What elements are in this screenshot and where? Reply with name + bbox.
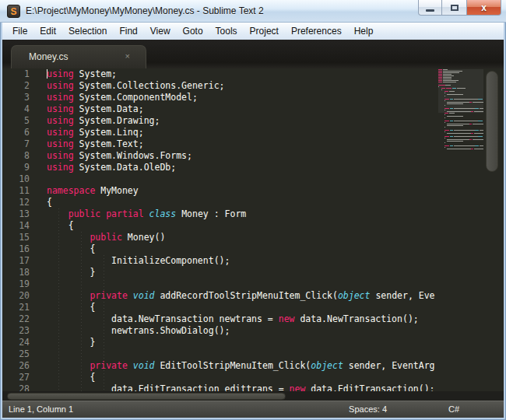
line-text [37, 348, 47, 360]
line-text: using System.Data.OleDb; [37, 162, 176, 173]
code-line[interactable]: 4using System.Data; [2, 103, 504, 115]
minimize-button[interactable] [418, 0, 442, 16]
code-line[interactable]: 16 { [2, 243, 504, 255]
minimap-viewport[interactable] [438, 69, 483, 113]
minimize-icon [426, 9, 434, 12]
menu-item-edit[interactable]: Edit [33, 23, 62, 40]
minimap-line [438, 136, 483, 138]
line-number: 6 [2, 127, 37, 138]
tab-money-cs[interactable]: Money.cs × [11, 45, 146, 68]
caret-position: Line 1, Column 1 [9, 404, 73, 414]
code-line[interactable]: 3using System.ComponentModel; [2, 92, 504, 103]
line-text: using System.Drawing; [37, 115, 160, 127]
code-line[interactable]: 9using System.Data.OleDb; [2, 162, 504, 173]
tab-close-icon[interactable]: × [125, 51, 130, 61]
code-line[interactable]: 6using System.Linq; [2, 127, 504, 138]
menu-item-help[interactable]: Help [348, 23, 380, 40]
menu-item-tools[interactable]: Tools [209, 23, 244, 40]
line-text: using System.Linq; [37, 127, 144, 138]
code-line[interactable]: 19 [2, 278, 504, 290]
window-content: FileEditSelectionFindViewGotoToolsProjec… [2, 23, 504, 418]
code-line[interactable]: 14 { [2, 220, 504, 232]
code-line[interactable]: 25 [2, 348, 504, 360]
menu-item-file[interactable]: File [6, 23, 33, 40]
close-button[interactable]: x [466, 0, 501, 16]
line-text: data.EditTransaction edittrans = new dat… [37, 383, 435, 391]
line-number: 3 [2, 92, 37, 103]
code-line[interactable]: 12{ [2, 197, 504, 208]
horizontal-scrollbar[interactable] [7, 393, 286, 400]
spaces-indicator[interactable]: Spaces: 4 [349, 404, 387, 414]
sublime-app-icon: S [7, 5, 20, 18]
horizontal-scrollbar-track[interactable] [2, 391, 504, 401]
code-line[interactable]: 23 newtrans.ShowDialog(); [2, 325, 504, 337]
code-line[interactable]: 8using System.Windows.Forms; [2, 150, 504, 162]
code-line[interactable]: 27 { [2, 372, 504, 383]
line-text: } [37, 267, 95, 278]
line-text: { [37, 243, 95, 255]
line-number: 24 [2, 337, 37, 348]
vertical-scrollbar[interactable] [486, 71, 498, 172]
line-text: { [37, 197, 52, 208]
line-text [37, 278, 47, 290]
line-number: 12 [2, 197, 37, 208]
window-controls: x [418, 0, 501, 16]
code-line[interactable]: 20 private void addRecordToolStripMenuIt… [2, 290, 504, 302]
code-line[interactable]: 24 } [2, 337, 504, 348]
menu-item-goto[interactable]: Goto [177, 23, 209, 40]
code-line[interactable]: 13 public partial class Money : Form [2, 208, 504, 220]
code-line[interactable]: 18 } [2, 267, 504, 278]
menu-item-preferences[interactable]: Preferences [285, 23, 348, 40]
line-text: } [37, 337, 95, 348]
code-line[interactable]: 21 { [2, 302, 504, 313]
maximize-button[interactable] [442, 0, 466, 16]
line-number: 16 [2, 243, 37, 255]
minimap-line [438, 121, 483, 122]
line-text: newtrans.ShowDialog(); [37, 325, 230, 337]
editor: 1using System;2using System.Collections.… [2, 68, 504, 401]
code-line[interactable]: 28 data.EditTransaction edittrans = new … [2, 383, 504, 391]
code-line[interactable]: 11namespace MyMoney [2, 185, 504, 197]
line-number: 20 [2, 290, 37, 302]
syntax-indicator[interactable]: C# [448, 404, 459, 414]
code-line[interactable]: 17 InitializeComponent(); [2, 255, 504, 267]
line-number: 5 [2, 115, 37, 127]
line-text: { [37, 220, 74, 232]
minimap-line [438, 149, 483, 150]
code-line[interactable]: 2using System.Collections.Generic; [2, 80, 504, 92]
line-number: 21 [2, 302, 37, 313]
line-text: using System.Windows.Forms; [37, 150, 192, 162]
line-number: 2 [2, 80, 37, 92]
code-line[interactable]: 10 [2, 173, 504, 185]
code-line[interactable]: 7using System.Text; [2, 138, 504, 150]
line-number: 11 [2, 185, 37, 197]
indent-guide [104, 255, 104, 391]
code-line[interactable]: 22 data.NewTransaction newtrans = new da… [2, 313, 504, 325]
line-text: data.NewTransaction newtrans = new data.… [37, 313, 419, 325]
maximize-icon [451, 5, 459, 11]
code-line[interactable]: 5using System.Drawing; [2, 115, 504, 127]
line-text: namespace MyMoney [37, 185, 139, 197]
minimap-line [438, 145, 483, 147]
menu-item-find[interactable]: Find [113, 23, 143, 40]
line-text: private void addRecordToolStripMenuItem_… [37, 290, 435, 302]
tab-bar: Money.cs × [2, 40, 504, 68]
menu-item-selection[interactable]: Selection [62, 23, 113, 40]
line-text: using System.Text; [37, 138, 144, 150]
menu-item-view[interactable]: View [144, 23, 177, 40]
minimap[interactable] [438, 69, 483, 390]
line-number: 18 [2, 267, 37, 278]
line-number: 25 [2, 348, 37, 360]
code-area[interactable]: 1using System;2using System.Collections.… [2, 68, 504, 391]
code-line[interactable]: 26 private void EditToolStripMenuItem_Cl… [2, 360, 504, 372]
line-text: private void EditToolStripMenuItem_Click… [37, 360, 435, 372]
code-line[interactable]: 1using System; [2, 68, 504, 80]
line-number: 8 [2, 150, 37, 162]
line-number: 26 [2, 360, 37, 372]
code-line[interactable]: 15 public Money() [2, 232, 504, 243]
line-text: public Money() [37, 232, 165, 243]
menu-item-project[interactable]: Project [244, 23, 285, 40]
status-bar: Line 1, Column 1 Spaces: 4 C# [2, 401, 504, 418]
window-title: E:\Project\MyMoney\MyMoney\Money.cs - Su… [26, 5, 264, 16]
line-number: 23 [2, 325, 37, 337]
